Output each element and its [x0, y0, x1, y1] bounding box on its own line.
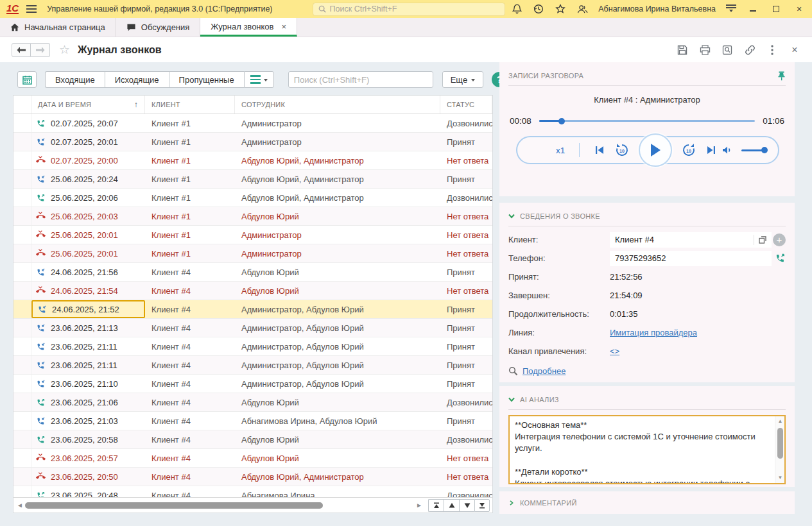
call-client-cell[interactable]: Клиент #4 [145, 263, 235, 281]
volume-slider[interactable] [741, 149, 766, 151]
call-phone-icon[interactable] [775, 253, 786, 264]
call-row[interactable]: 23.06.2025, 20:48 Клиент #4 Абнагимова И… [13, 486, 492, 498]
call-status-cell[interactable]: Нет ответа [440, 207, 492, 225]
add-client-button[interactable]: + [773, 233, 786, 246]
call-client-cell[interactable]: Клиент #4 [145, 449, 235, 467]
get-link-icon[interactable] [744, 44, 756, 56]
call-client-cell[interactable]: Клиент #4 [145, 319, 235, 337]
progress-slider[interactable] [539, 120, 755, 122]
go-next-row-button[interactable] [459, 499, 474, 512]
column-datetime[interactable]: ДАТА И ВРЕМЯ↑ [31, 96, 145, 114]
global-search-input[interactable]: Поиск Ctrl+Shift+F [313, 3, 505, 16]
window-maximize-button[interactable] [770, 4, 782, 14]
call-client-cell[interactable]: Клиент #1 [145, 114, 235, 132]
call-status-cell[interactable]: Нет ответа [440, 282, 492, 300]
current-user-name[interactable]: Абнагимова Ирина Витальевна [598, 4, 716, 13]
column-status[interactable]: СТАТУС [440, 96, 492, 114]
call-employee-cell[interactable]: Администратор [235, 114, 440, 132]
call-datetime-cell[interactable]: 23.06.2025, 20:57 [31, 449, 145, 467]
call-employee-cell[interactable]: Администратор, Абдулов Юрий [235, 375, 440, 393]
call-datetime-cell[interactable]: 25.06.2025, 20:03 [31, 207, 145, 225]
call-datetime-cell[interactable]: 23.06.2025, 21:10 [31, 375, 145, 393]
call-status-cell[interactable]: Дозвонились [440, 430, 492, 448]
back-button[interactable] [12, 43, 31, 57]
call-client-cell[interactable]: Клиент #4 [145, 282, 235, 300]
call-status-cell[interactable]: Дозвонились [440, 189, 492, 207]
call-row[interactable]: 02.07.2025, 20:07 Клиент #1 Администрато… [13, 114, 492, 133]
call-datetime-cell[interactable]: 23.06.2025, 21:13 [31, 319, 145, 337]
call-row[interactable]: 02.07.2025, 20:01 Клиент #1 Администрато… [13, 133, 492, 151]
call-employee-cell[interactable]: Абдулов Юрий [235, 263, 440, 281]
call-row[interactable]: 24.06.2025, 21:52 Клиент #4 Администрато… [13, 300, 492, 319]
call-status-cell[interactable]: Принят [440, 412, 492, 430]
forward-10-icon[interactable]: 10 [681, 142, 696, 158]
line-link[interactable]: Имитация провайдера [610, 328, 697, 337]
call-datetime-cell[interactable]: 25.06.2025, 20:01 [31, 244, 145, 262]
call-row[interactable]: 24.06.2025, 21:56 Клиент #4 Абдулов Юрий… [13, 263, 492, 282]
filter-menu-button[interactable] [244, 71, 274, 88]
call-row[interactable]: 25.06.2025, 20:01 Клиент #1 Администрато… [13, 244, 492, 263]
history-icon[interactable] [533, 3, 544, 15]
call-employee-cell[interactable]: Администратор, Абдулов Юрий [235, 300, 440, 318]
volume-knob[interactable] [761, 147, 768, 153]
call-employee-cell[interactable]: Администратор [235, 244, 440, 262]
favorites-star-icon[interactable] [555, 3, 566, 15]
call-status-cell[interactable]: Нет ответа [440, 449, 492, 467]
scroll-right-icon[interactable]: ► [415, 502, 423, 509]
window-minimize-button[interactable] [747, 4, 759, 14]
scroll-up-icon[interactable]: ▲ [775, 418, 785, 425]
rewind-10-icon[interactable]: 10 [614, 142, 630, 158]
call-row[interactable]: 02.07.2025, 20:00 Клиент #1 Абдулов Юрий… [13, 151, 492, 170]
more-actions-icon[interactable] [766, 44, 778, 56]
ai-analysis-header[interactable]: AI АНАЛИЗ [508, 386, 786, 408]
comment-header[interactable]: КОММЕНТАРИЙ [508, 491, 786, 513]
phone-input[interactable]: 79375293652 [610, 251, 772, 266]
call-employee-cell[interactable]: Абдулов Юрий [235, 430, 440, 448]
play-button[interactable] [639, 133, 672, 167]
call-client-cell[interactable]: Клиент #1 [145, 170, 235, 188]
call-employee-cell[interactable]: Абдулов Юрий [235, 207, 440, 225]
call-datetime-cell[interactable]: 23.06.2025, 21:11 [31, 337, 145, 355]
call-datetime-cell[interactable]: 23.06.2025, 21:03 [31, 412, 145, 430]
client-input[interactable]: Клиент #4 [610, 232, 772, 248]
call-datetime-cell[interactable]: 23.06.2025, 21:06 [31, 393, 145, 411]
call-row[interactable]: 23.06.2025, 21:06 Клиент #4 Абдулов Юрий… [13, 393, 492, 412]
preview-icon[interactable] [721, 44, 733, 56]
call-status-cell[interactable]: Принят [440, 375, 492, 393]
go-prev-row-button[interactable] [444, 499, 459, 512]
pin-icon[interactable] [777, 71, 786, 81]
call-employee-cell[interactable]: Администратор, Абдулов Юрий [235, 319, 440, 337]
ai-scrollbar[interactable]: ▲ ▼ [775, 416, 784, 483]
window-close-button[interactable]: × [793, 4, 806, 14]
go-last-row-button[interactable] [474, 499, 490, 512]
call-client-cell[interactable]: Клиент #4 [145, 430, 235, 448]
call-client-cell[interactable]: Клиент #1 [145, 207, 235, 225]
call-datetime-cell[interactable]: 23.06.2025, 20:58 [31, 430, 145, 448]
call-client-cell[interactable]: Клиент #1 [145, 151, 235, 169]
call-status-cell[interactable]: Дозвонились [440, 114, 492, 132]
call-client-cell[interactable]: Клиент #1 [145, 226, 235, 244]
forward-button[interactable] [31, 43, 50, 57]
users-icon[interactable] [576, 3, 588, 15]
call-row[interactable]: 23.06.2025, 21:03 Клиент #4 Абнагимова И… [13, 412, 492, 430]
print-icon[interactable] [699, 44, 711, 56]
call-datetime-cell[interactable]: 25.06.2025, 20:24 [31, 170, 145, 188]
call-employee-cell[interactable]: Абдулов Юрий [235, 449, 440, 467]
channel-link[interactable]: <> [610, 346, 619, 356]
call-employee-cell[interactable]: Администратор [235, 133, 440, 151]
call-client-cell[interactable]: Клиент #1 [145, 189, 235, 207]
call-status-cell[interactable]: Дозвонились [440, 393, 492, 411]
call-row[interactable]: 23.06.2025, 20:57 Клиент #4 Абдулов Юрий… [13, 449, 492, 468]
call-employee-cell[interactable]: Абнагимова Ирина [235, 486, 440, 498]
service-menu-icon[interactable] [726, 4, 736, 14]
call-status-cell[interactable]: Принят [440, 263, 492, 281]
call-client-cell[interactable]: Клиент #4 [145, 337, 235, 355]
call-client-cell[interactable]: Клиент #4 [145, 412, 235, 430]
playback-speed-button[interactable]: x1 [556, 146, 565, 155]
go-first-row-button[interactable] [428, 499, 444, 512]
ai-scrollbar-thumb[interactable] [777, 428, 783, 459]
call-employee-cell[interactable]: Администратор, Абдулов Юрий [235, 356, 440, 374]
tab-home[interactable]: Начальная страница [0, 18, 116, 37]
call-row[interactable]: 23.06.2025, 21:10 Клиент #4 Администрато… [13, 375, 492, 393]
call-status-cell[interactable]: Принят [440, 170, 492, 188]
